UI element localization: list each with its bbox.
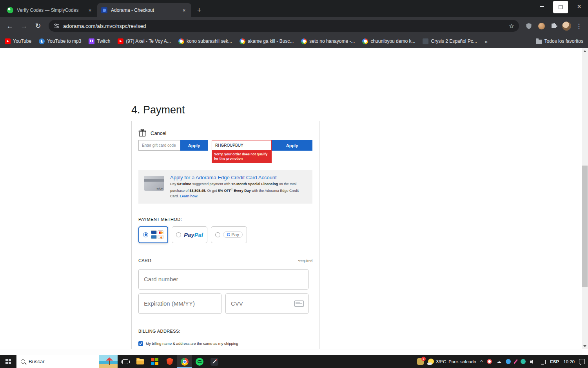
sun-cloud-icon (428, 359, 434, 364)
new-tab-button[interactable]: + (194, 5, 205, 16)
visa-icon (151, 230, 157, 234)
bookmark-youtube-mp3[interactable]: YouTube to mp3 (39, 38, 81, 44)
promo-code-input[interactable] (212, 140, 272, 151)
google-icon (240, 38, 245, 44)
task-view-button[interactable] (118, 355, 132, 368)
notification-app-icon[interactable]: 1 (417, 358, 424, 365)
amex-icon (151, 235, 157, 239)
tray-expand-icon[interactable]: ^ (481, 359, 483, 364)
horizontal-scrollbar-track[interactable] (0, 349, 582, 355)
site-settings-icon[interactable] (53, 23, 60, 29)
minimize-button[interactable] (533, 0, 551, 13)
onedrive-cloud-icon[interactable]: ☁ (496, 359, 501, 364)
tab-close-icon[interactable]: × (87, 7, 93, 14)
page-title: 4. Payment (131, 104, 185, 116)
method-gpay[interactable]: GPay (211, 226, 247, 243)
paypal-logo: PayPal (184, 231, 203, 238)
adblock-shield-icon[interactable] (523, 20, 535, 32)
edge-card-label: edge (156, 187, 163, 190)
pen-icon[interactable] (514, 359, 518, 364)
bookmark-twitch[interactable]: Twitch (89, 38, 110, 44)
app-icon (211, 358, 218, 366)
tab-simplycodes[interactable]: Verify Codes — SimplyCodes × (3, 3, 97, 17)
gift-apply-button[interactable]: Apply (180, 140, 208, 151)
network-icon[interactable] (540, 360, 546, 364)
action-center-icon[interactable] (579, 359, 585, 364)
bookmark-seto-no-hanayome[interactable]: seto no hanayome -... (301, 38, 355, 44)
tray-app2-icon[interactable] (506, 359, 511, 364)
taskbar: Buscar 1 33°C Parc. soleado ^ ☁ ESP (0, 355, 588, 368)
scroll-down-arrow[interactable] (582, 343, 588, 349)
discover-icon (158, 235, 163, 239)
taskbar-search[interactable]: Buscar (16, 355, 118, 368)
billing-same-row: My billing name & address are the same a… (138, 341, 312, 346)
bookmark-youtube[interactable]: YouTube (5, 38, 31, 44)
bookmark-akame-ga-kill[interactable]: akame ga kill - Busc... (240, 38, 294, 44)
paypal-radio[interactable] (176, 232, 181, 237)
tray-app1-icon[interactable] (487, 359, 492, 364)
tab-adorama-checkout[interactable]: Adorama - Checkout × (97, 3, 191, 17)
scroll-up-arrow[interactable] (582, 48, 588, 54)
bookmark-crysis2[interactable]: Crysis 2 Español Pc... (423, 38, 477, 44)
windows-logo-icon (5, 359, 11, 364)
expiration-input[interactable] (138, 293, 221, 314)
maximize-button[interactable] (553, 1, 568, 13)
volume-icon[interactable] (530, 359, 535, 364)
bookmark-kono-subarashii[interactable]: kono subarashii sek... (178, 38, 232, 44)
forward-button[interactable]: → (17, 19, 31, 33)
close-button[interactable]: × (570, 0, 588, 13)
weather-widget[interactable]: 33°C Parc. soleado (428, 359, 476, 364)
microsoft-store-button[interactable] (147, 355, 162, 368)
scrollbar-thumb[interactable] (582, 166, 588, 287)
task-view-icon (122, 359, 128, 364)
tab-title: Adorama - Checkout (111, 7, 177, 13)
file-explorer-button[interactable] (132, 355, 147, 368)
profile-avatar[interactable] (561, 20, 572, 32)
gift-card-input[interactable] (138, 140, 180, 151)
address-bar[interactable]: adorama.com/als.mvc/nspc/revised ☆ (49, 20, 519, 32)
brave-button[interactable] (162, 355, 177, 368)
spotify-icon (196, 358, 203, 366)
billing-same-checkbox[interactable] (138, 341, 143, 346)
weather-temp: 33°C (436, 359, 446, 364)
method-paypal[interactable]: PayPal (172, 226, 207, 243)
tab-close-icon[interactable]: × (181, 7, 187, 14)
all-bookmarks-folder[interactable]: Todos los favoritos (536, 38, 583, 44)
gpay-logo: GPay (223, 231, 243, 238)
search-placeholder: Buscar (29, 359, 44, 364)
url-text[interactable]: adorama.com/als.mvc/nspc/revised (63, 23, 503, 29)
down-arrow-icon (583, 345, 586, 347)
bookmark-star-icon[interactable]: ☆ (506, 22, 517, 30)
bookmarks-overflow-icon[interactable]: » (485, 38, 488, 45)
vertical-scrollbar[interactable] (582, 48, 588, 349)
promo-error-tooltip: Sorry, your order does not qualify for t… (212, 151, 272, 163)
card-number-input[interactable] (138, 269, 309, 290)
bookmark-label: Crysis 2 Español Pc... (431, 38, 477, 44)
tab-strip: Verify Codes — SimplyCodes × Adorama - C… (0, 0, 588, 17)
browser-menu-icon[interactable]: ⋮ (573, 20, 585, 32)
keyboard-language[interactable]: ESP (550, 359, 559, 364)
chrome-button[interactable] (177, 355, 192, 368)
promo-apply-button[interactable]: Apply (272, 140, 312, 151)
edge-apply-link[interactable]: Apply for a Adorama Edge Credit Card Acc… (170, 175, 307, 180)
credit-card-radio[interactable] (143, 232, 148, 237)
cancel-link[interactable]: Cancel (151, 130, 166, 136)
app-button[interactable] (207, 355, 222, 368)
extension-icon[interactable] (535, 20, 547, 32)
simplycodes-favicon (7, 7, 13, 13)
back-button[interactable]: ← (3, 19, 16, 33)
search-highlight-image[interactable] (99, 355, 118, 368)
extensions-puzzle-icon[interactable] (548, 20, 560, 32)
reload-button[interactable]: ↻ (31, 19, 45, 33)
spotify-button[interactable] (192, 355, 207, 368)
gpay-radio[interactable] (215, 232, 220, 237)
bookmark-axel[interactable]: (97) Axel - Te Voy A... (118, 38, 171, 44)
youtube-icon (5, 38, 11, 44)
card-section-header: CARD: *required (138, 258, 312, 263)
tray-app3-icon[interactable] (521, 359, 526, 364)
method-credit-card[interactable] (138, 226, 168, 243)
learn-how-link[interactable]: Learn how. (180, 194, 198, 198)
start-button[interactable] (0, 355, 16, 368)
bookmark-chuunibyou[interactable]: chuunibyou demo k... (362, 38, 415, 44)
taskbar-clock[interactable]: 10:20 (563, 359, 575, 364)
